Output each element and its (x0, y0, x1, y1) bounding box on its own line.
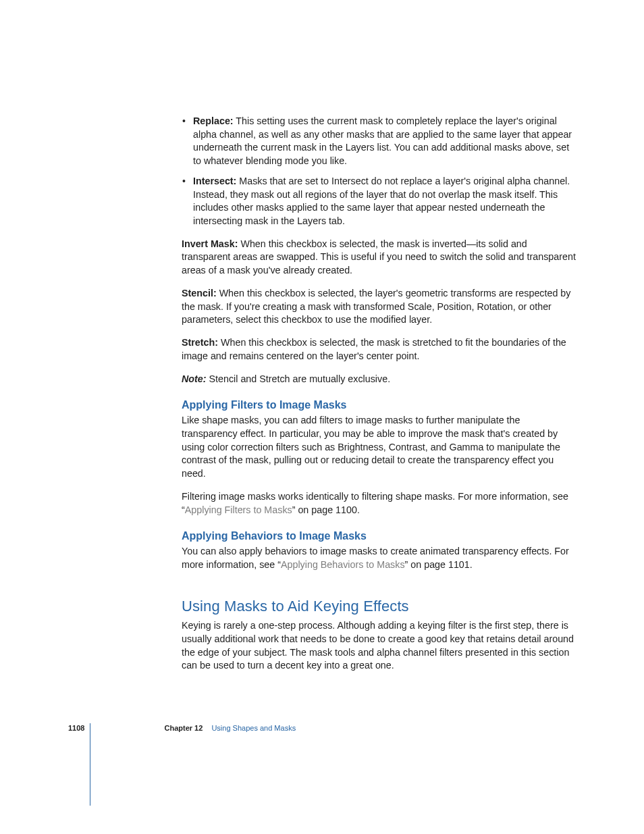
paragraph: Like shape masks, you can add filters to… (182, 414, 576, 481)
chapter-info: Chapter 12 Using Shapes and Masks (164, 723, 296, 733)
body-text: This setting uses the current mask to co… (193, 115, 572, 166)
body-text: Stencil and Stretch are mutually exclusi… (209, 373, 391, 384)
footer-rule (90, 723, 90, 806)
paragraph: You can also apply behaviors to image ma… (182, 545, 576, 571)
body-text: Masks that are set to Intersect do not r… (193, 176, 570, 226)
paragraph-invert-mask: Invert Mask: When this checkbox is selec… (182, 238, 576, 278)
term-invert-mask: Invert Mask: (182, 238, 238, 249)
heading-using-masks-keying: Using Masks to Aid Keying Effects (182, 596, 576, 617)
term-stretch: Stretch: (182, 337, 218, 348)
heading-applying-behaviors: Applying Behaviors to Image Masks (182, 529, 576, 544)
page-number: 1108 (68, 723, 84, 733)
body-text: When this checkbox is selected, the laye… (182, 288, 570, 325)
cross-reference-link[interactable]: Applying Filters to Masks (185, 504, 292, 515)
body-text: ” on page 1100. (292, 504, 360, 515)
paragraph: Keying is rarely a one-step process. Alt… (182, 619, 576, 673)
list-item: Intersect: Masks that are set to Interse… (182, 175, 576, 228)
mask-mode-list: Replace: This setting uses the current m… (182, 115, 576, 228)
body-text: When this checkbox is selected, the mask… (182, 337, 566, 361)
term-intersect: Intersect: (193, 176, 236, 186)
paragraph-stencil: Stencil: When this checkbox is selected,… (182, 287, 576, 327)
note-label: Note: (182, 373, 207, 384)
chapter-title: Using Shapes and Masks (211, 724, 296, 732)
paragraph-note: Note: Stencil and Stretch are mutually e… (182, 373, 576, 386)
chapter-label: Chapter 12 (164, 724, 203, 732)
term-replace: Replace: (193, 115, 234, 126)
paragraph: Filtering image masks works identically … (182, 490, 576, 517)
document-page: Replace: This setting uses the current m… (0, 0, 644, 834)
cross-reference-link[interactable]: Applying Behaviors to Masks (281, 559, 405, 570)
paragraph-stretch: Stretch: When this checkbox is selected,… (182, 336, 576, 363)
page-footer: 1108 Chapter 12 Using Shapes and Masks (68, 723, 576, 777)
heading-applying-filters: Applying Filters to Image Masks (182, 398, 576, 413)
footer-text: 1108 Chapter 12 Using Shapes and Masks (68, 723, 296, 733)
term-stencil: Stencil: (182, 288, 217, 298)
body-text: When this checkbox is selected, the mask… (182, 238, 576, 276)
body-text: ” on page 1101. (405, 559, 473, 570)
list-item: Replace: This setting uses the current m… (182, 115, 576, 168)
